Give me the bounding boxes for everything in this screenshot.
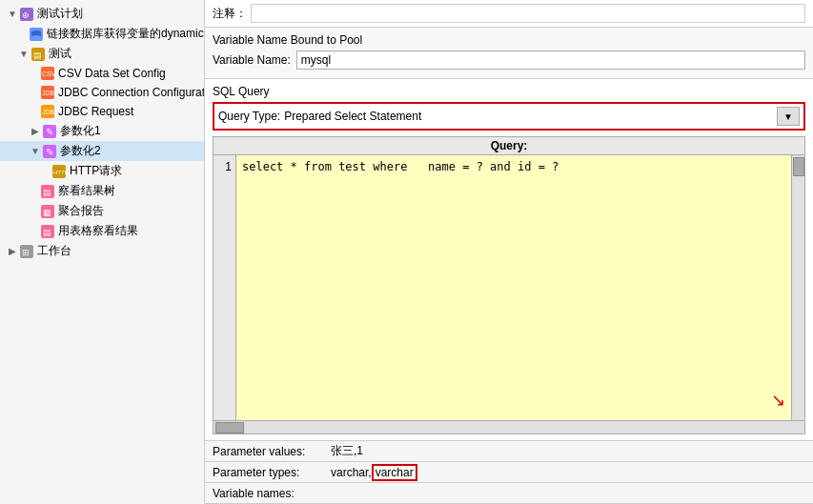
report-icon: ▦: [40, 204, 55, 219]
variable-name-label: Variable Name:: [213, 53, 291, 67]
query-type-label: Query Type:: [218, 110, 280, 123]
tree-label: 察看结果树: [58, 183, 115, 199]
param2-icon: ✎: [42, 144, 57, 159]
tree-label: 参数化1: [60, 123, 101, 139]
tree-label: 聚合报告: [58, 203, 104, 219]
tree-item-param2[interactable]: ▼ ✎ 参数化2: [0, 141, 204, 161]
tree-item-test[interactable]: ▼ ▤ 测试: [0, 44, 204, 64]
tree-label: JDBC Connection Configurat: [58, 86, 204, 99]
right-panel: 注释： Variable Name Bound to Pool Variable…: [205, 0, 813, 504]
param-types-row: Parameter types: varchar, varchar: [205, 462, 813, 483]
svg-text:▦: ▦: [43, 208, 51, 217]
param-values-value: 张三,1: [331, 443, 363, 459]
view-results-icon: ▤: [40, 184, 55, 199]
tree-label: 链接数据库获得变量的dynamic: [47, 26, 204, 42]
tree-item-jdbc-config[interactable]: JDB JDBC Connection Configurat: [0, 83, 204, 102]
tree-label: 参数化2: [60, 143, 101, 159]
tree-label: 测试: [49, 46, 71, 62]
tree-label: JDBC Request: [58, 105, 133, 118]
query-header: Query:: [213, 137, 804, 155]
param-values-label: Parameter values:: [213, 445, 327, 458]
svg-text:⊞: ⊞: [22, 248, 30, 257]
workbench-icon: ⊞: [19, 244, 34, 259]
svg-text:CSV: CSV: [42, 71, 54, 77]
variable-name-row: Variable Name:: [213, 50, 805, 70]
tree-item-csv[interactable]: CSV CSV Data Set Config: [0, 64, 204, 83]
tree-item-view-results[interactable]: ▤ 察看结果树: [0, 181, 204, 201]
variable-section: Variable Name Bound to Pool Variable Nam…: [205, 28, 813, 79]
folder-icon: ▤: [30, 47, 46, 62]
tree-area: ▼ ⊕ 测试计划 链接数据库获得变量的dynamic: [0, 0, 204, 504]
comment-input[interactable]: [251, 4, 805, 23]
variable-names-row: Variable names:: [205, 483, 813, 504]
svg-point-5: [31, 35, 41, 39]
tree-label: 用表格察看结果: [58, 223, 138, 239]
param-values-row: Parameter values: 张三,1: [205, 441, 813, 462]
tree-item-param1[interactable]: ▶ ✎ 参数化1: [0, 121, 204, 141]
tree-item-table-results[interactable]: ▤ 用表格察看结果: [0, 221, 204, 241]
scrollbar-h-thumb[interactable]: [215, 422, 244, 433]
tree-item-http[interactable]: HTTP HTTP请求: [0, 161, 204, 181]
scrollbar-horizontal[interactable]: [213, 420, 804, 433]
broom-icon: ⊕: [19, 7, 34, 22]
tree-label: HTTP请求: [70, 163, 122, 179]
expand-arrow: ▼: [30, 147, 40, 156]
svg-text:⊕: ⊕: [22, 10, 30, 20]
csv-icon: CSV: [40, 66, 55, 81]
param-types-value2: varchar: [372, 464, 417, 481]
svg-text:✎: ✎: [46, 147, 53, 157]
query-area: Query: 1 select * from test where name =…: [213, 136, 805, 434]
svg-text:JDB: JDB: [42, 90, 54, 96]
arrow-indicator: ↘: [771, 390, 785, 411]
tree-item-test-plan[interactable]: ▼ ⊕ 测试计划: [0, 4, 204, 24]
scrollbar-vertical[interactable]: [791, 155, 804, 420]
variable-section-title: Variable Name Bound to Pool: [213, 33, 805, 47]
table-results-icon: ▤: [40, 224, 55, 239]
http-icon: HTTP: [51, 164, 67, 179]
bottom-fields: Parameter values: 张三,1 Parameter types: …: [205, 440, 813, 504]
svg-text:▤: ▤: [33, 50, 42, 60]
expand-arrow: ▶: [8, 247, 17, 256]
comment-section: 注释：: [205, 0, 813, 28]
expand-arrow: ▼: [19, 50, 29, 59]
variable-names-label: Variable names:: [213, 487, 327, 500]
svg-text:HTTP: HTTP: [53, 170, 66, 175]
svg-text:▤: ▤: [43, 228, 51, 237]
expand-arrow: ▼: [8, 10, 17, 19]
tree-label: 工作台: [37, 243, 71, 259]
query-content[interactable]: select * from test where name = ? and id…: [236, 155, 791, 420]
tree-item-jdbc-request[interactable]: JDB JDBC Request: [0, 102, 204, 121]
svg-text:▤: ▤: [43, 188, 51, 197]
comment-label: 注释：: [213, 6, 247, 22]
variable-name-input[interactable]: [296, 50, 805, 70]
tree-item-dynamic[interactable]: 链接数据库获得变量的dynamic: [0, 24, 204, 44]
jdbc-config-icon: JDB: [40, 85, 55, 100]
tree-label: 测试计划: [37, 6, 83, 22]
left-panel: ▼ ⊕ 测试计划 链接数据库获得变量的dynamic: [0, 0, 205, 504]
param1-icon: ✎: [42, 124, 57, 139]
param-types-value1: varchar,: [331, 466, 372, 479]
jdbc-request-icon: JDB: [40, 104, 55, 119]
query-type-value: Prepared Select Statement: [284, 110, 777, 123]
scrollbar-thumb[interactable]: [793, 157, 804, 176]
tree-item-workbench[interactable]: ▶ ⊞ 工作台: [0, 241, 204, 261]
query-body: 1 select * from test where name = ? and …: [213, 155, 791, 420]
param-types-label: Parameter types:: [213, 466, 327, 479]
line-numbers: 1: [213, 155, 236, 420]
svg-text:JDB: JDB: [42, 109, 54, 115]
query-type-dropdown[interactable]: ▼: [777, 107, 800, 126]
svg-text:✎: ✎: [46, 127, 53, 137]
sql-section-title: SQL Query: [213, 85, 805, 98]
tree-label: CSV Data Set Config: [58, 67, 166, 80]
tree-item-report[interactable]: ▦ 聚合报告: [0, 201, 204, 221]
db-icon: [29, 27, 44, 42]
query-type-row: Query Type: Prepared Select Statement ▼: [213, 102, 805, 131]
sql-section: SQL Query Query Type: Prepared Select St…: [205, 79, 813, 440]
expand-arrow: ▶: [30, 127, 40, 136]
